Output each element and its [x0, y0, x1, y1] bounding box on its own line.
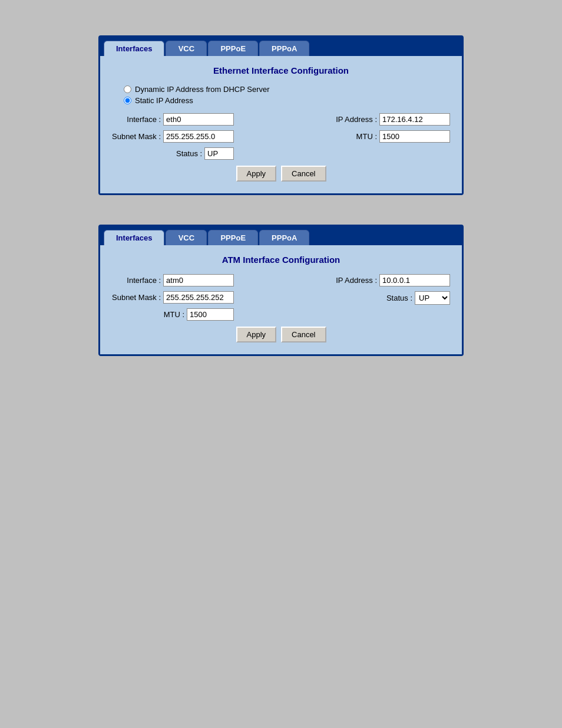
mtu-input[interactable] [379, 130, 450, 143]
status-field-row: Status : [112, 147, 234, 160]
atm-interface-field-row: Interface : [112, 274, 234, 286]
atm-status-label: Status : [386, 294, 412, 302]
ethernet-left-fields: Interface : Subnet Mask : Status : [112, 113, 234, 160]
subnet-mask-input[interactable] [163, 130, 234, 143]
ethernet-button-row: Apply Cancel [112, 166, 450, 182]
ethernet-fields: Interface : Subnet Mask : Status : IP Ad… [112, 113, 450, 160]
ip-address-label: IP Address : [336, 115, 377, 124]
status-label: Status : [176, 149, 202, 158]
static-ip-radio[interactable] [124, 97, 131, 104]
atm-right-fields: IP Address : Status : UP DOWN [336, 274, 450, 321]
atm-cancel-button[interactable]: Cancel [281, 327, 326, 342]
atm-subnet-input[interactable] [163, 291, 234, 304]
tab-pppoe-1[interactable]: PPPoE [208, 41, 258, 56]
atm-fields: Interface : Subnet Mask : MTU : IP Addre… [112, 274, 450, 321]
atm-mtu-field-row: MTU : [112, 308, 234, 321]
subnet-mask-field-row: Subnet Mask : [112, 130, 234, 143]
atm-apply-button[interactable]: Apply [236, 327, 277, 342]
interface-field-row: Interface : [112, 113, 234, 126]
tab-interfaces-2[interactable]: Interfaces [104, 230, 164, 245]
tab-vcc-1[interactable]: VCC [166, 41, 207, 56]
dynamic-ip-radio[interactable] [124, 85, 131, 93]
tab-bar-2: Interfaces VCC PPPoE PPPoA [100, 226, 462, 245]
ethernet-right-fields: IP Address : MTU : [336, 113, 450, 160]
tab-pppoe-2[interactable]: PPPoE [208, 230, 258, 245]
tab-bar-1: Interfaces VCC PPPoE PPPoA [100, 37, 462, 56]
status-input[interactable] [204, 147, 234, 160]
ip-type-radio-group: Dynamic IP Address from DHCP Server Stat… [112, 85, 450, 105]
atm-button-row: Apply Cancel [112, 327, 450, 342]
atm-left-fields: Interface : Subnet Mask : MTU : [112, 274, 234, 321]
atm-ip-label: IP Address : [336, 276, 377, 285]
atm-interface-label: Interface : [127, 276, 161, 285]
interface-label: Interface : [127, 115, 161, 124]
ethernet-apply-button[interactable]: Apply [236, 166, 277, 182]
interface-input[interactable] [163, 113, 234, 126]
static-ip-label: Static IP Address [135, 96, 193, 105]
ip-address-field-row: IP Address : [336, 113, 450, 126]
ethernet-cancel-button[interactable]: Cancel [281, 166, 326, 182]
tab-interfaces-1[interactable]: Interfaces [104, 41, 164, 56]
atm-subnet-field-row: Subnet Mask : [112, 291, 234, 304]
atm-content: ATM Interface Configuration Interface : … [100, 245, 462, 354]
ethernet-content: Ethernet Interface Configuration Dynamic… [100, 56, 462, 193]
tab-pppoa-1[interactable]: PPPoA [259, 41, 309, 56]
dynamic-ip-label: Dynamic IP Address from DHCP Server [135, 85, 270, 94]
atm-status-field-row: Status : UP DOWN [336, 291, 450, 305]
atm-interface-input[interactable] [163, 274, 234, 286]
atm-mtu-input[interactable] [187, 308, 234, 321]
tab-vcc-2[interactable]: VCC [166, 230, 207, 245]
atm-panel: Interfaces VCC PPPoE PPPoA ATM Interface… [98, 225, 464, 356]
atm-title: ATM Interface Configuration [112, 255, 450, 265]
atm-mtu-label: MTU : [164, 310, 184, 319]
subnet-mask-label: Subnet Mask : [112, 132, 161, 141]
tab-pppoa-2[interactable]: PPPoA [259, 230, 309, 245]
atm-ip-input[interactable] [379, 274, 450, 286]
atm-status-select[interactable]: UP DOWN [415, 291, 450, 305]
mtu-label: MTU : [356, 132, 377, 141]
static-ip-radio-row[interactable]: Static IP Address [124, 96, 450, 105]
atm-subnet-label: Subnet Mask : [112, 293, 161, 302]
ethernet-title: Ethernet Interface Configuration [112, 65, 450, 75]
mtu-field-row: MTU : [336, 130, 450, 143]
dynamic-ip-radio-row[interactable]: Dynamic IP Address from DHCP Server [124, 85, 450, 94]
atm-ip-field-row: IP Address : [336, 274, 450, 286]
ip-address-input[interactable] [379, 113, 450, 126]
ethernet-panel: Interfaces VCC PPPoE PPPoA Ethernet Inte… [98, 35, 464, 195]
